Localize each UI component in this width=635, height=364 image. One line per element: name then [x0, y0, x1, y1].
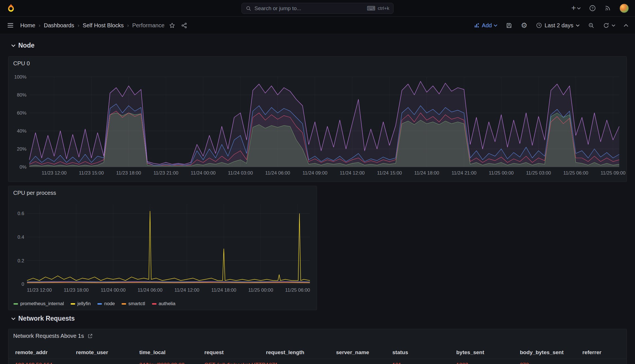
- chevron-down-icon: [577, 7, 581, 10]
- external-link-icon[interactable]: [87, 333, 93, 339]
- clock-icon: [536, 22, 542, 28]
- new-menu-button[interactable]: +: [571, 5, 581, 12]
- table-body: 192.168.50.164-24/Nov/2023:09:03GET /jel…: [8, 359, 627, 364]
- svg-text:11/25 06:00: 11/25 06:00: [563, 170, 588, 176]
- svg-text:60%: 60%: [17, 110, 26, 116]
- table-cell: 272: [520, 359, 582, 364]
- refresh-icon: [603, 22, 609, 29]
- search-shortcut: ⌨ ctrl+k: [367, 5, 389, 11]
- column-header-referrer[interactable]: referrer: [582, 346, 627, 359]
- network-requests-table: remote_addrremote_usertime_localrequestr…: [8, 346, 627, 364]
- section-row-node[interactable]: Node: [11, 42, 35, 49]
- panel-cpu0-title[interactable]: CPU 0: [8, 57, 627, 70]
- svg-text:11/25 00:00: 11/25 00:00: [248, 287, 273, 293]
- svg-text:11/24 03:00: 11/24 03:00: [228, 170, 253, 176]
- section-title-node: Node: [18, 42, 35, 49]
- legend-item-node[interactable]: node: [97, 301, 115, 307]
- question-circle-icon: ?: [589, 5, 596, 12]
- legend-item-authelia[interactable]: authelia: [152, 301, 176, 307]
- svg-text:0: 0: [22, 282, 24, 287]
- svg-text:11/23 21:00: 11/23 21:00: [153, 170, 178, 176]
- svg-text:0.4: 0.4: [17, 235, 24, 240]
- cpu-per-process-chart[interactable]: 11/23 12:0011/23 18:0011/24 00:0011/24 0…: [11, 200, 314, 295]
- column-header-status[interactable]: status: [392, 346, 456, 359]
- svg-text:11/24 06:00: 11/24 06:00: [265, 170, 290, 176]
- svg-text:0.2: 0.2: [17, 258, 24, 263]
- svg-text:11/24 21:00: 11/24 21:00: [451, 170, 477, 176]
- legend-swatch: [71, 303, 75, 305]
- legend-label: jellyfin: [77, 301, 91, 307]
- column-header-server_name[interactable]: server_name: [336, 346, 392, 359]
- svg-text:11/24 12:00: 11/24 12:00: [340, 170, 365, 176]
- dashboard-settings-button[interactable]: ⚙: [521, 22, 527, 29]
- hide-toolbar-button[interactable]: [624, 24, 628, 27]
- refresh-button[interactable]: [603, 22, 609, 29]
- time-range-picker[interactable]: Last 2 days: [536, 22, 580, 29]
- legend-item-jellyfin[interactable]: jellyfin: [71, 301, 91, 307]
- favorite-button[interactable]: [169, 22, 175, 29]
- chevron-up-icon: [624, 24, 628, 27]
- chevron-down-icon: [11, 317, 15, 320]
- legend-item-prometheus_internal[interactable]: prometheus_internal: [14, 301, 64, 307]
- legend-swatch: [122, 303, 126, 305]
- svg-text:11/24 12:00: 11/24 12:00: [175, 287, 200, 293]
- panel-network-requests: Network Requests Above 1s remote_addrrem…: [8, 329, 627, 364]
- breadcrumb-home[interactable]: Home: [20, 22, 35, 29]
- table-cell: -: [582, 359, 627, 364]
- svg-text:11/24 00:00: 11/24 00:00: [101, 287, 126, 293]
- chevron-down-icon: [11, 44, 15, 47]
- column-header-request_length[interactable]: request_length: [266, 346, 336, 359]
- svg-text:11/25 03:00: 11/25 03:00: [526, 170, 551, 176]
- help-button[interactable]: ?: [589, 5, 596, 12]
- breadcrumb-separator: ›: [127, 22, 129, 28]
- column-header-request[interactable]: request: [204, 346, 266, 359]
- svg-text:40%: 40%: [17, 128, 26, 134]
- column-header-remote_addr[interactable]: remote_addr: [15, 346, 76, 359]
- table-cell: 192.168.50.164: [15, 359, 76, 364]
- table-row[interactable]: 192.168.50.164-24/Nov/2023:09:03GET /jel…: [8, 359, 627, 364]
- search-input[interactable]: Search or jump to... ⌨ ctrl+k: [242, 3, 393, 14]
- svg-text:11/23 18:00: 11/23 18:00: [116, 170, 141, 176]
- svg-text:80%: 80%: [17, 92, 26, 98]
- chevron-down-icon: [612, 24, 615, 27]
- news-button[interactable]: [604, 5, 611, 12]
- column-header-time_local[interactable]: time_local: [139, 346, 204, 359]
- mega-menu-button[interactable]: [7, 22, 14, 28]
- grafana-logo[interactable]: [6, 3, 16, 13]
- save-dashboard-button[interactable]: [506, 22, 512, 29]
- cpu0-chart[interactable]: 11/23 12:0011/23 15:0011/23 18:0011/23 2…: [11, 70, 624, 179]
- zoom-out-button[interactable]: [588, 22, 594, 29]
- svg-text:20%: 20%: [17, 146, 26, 152]
- search-icon: [246, 6, 251, 11]
- shortcut-label: ctrl+k: [378, 6, 389, 11]
- section-title-network-requests: Network Requests: [18, 315, 75, 322]
- breadcrumb-self-host-blocks[interactable]: Self Host Blocks: [83, 22, 124, 29]
- table-cell: -: [76, 359, 139, 364]
- svg-text:0%: 0%: [19, 164, 26, 170]
- refresh-interval-dropdown[interactable]: [612, 24, 615, 27]
- column-header-body_bytes_sent[interactable]: body_bytes_sent: [520, 346, 582, 359]
- legend-item-smartctl[interactable]: smartctl: [122, 301, 145, 307]
- column-header-remote_user[interactable]: remote_user: [76, 346, 139, 359]
- svg-text:11/25 09:00: 11/25 09:00: [601, 170, 626, 176]
- panel-cpu-per-process-title[interactable]: CPU per process: [8, 186, 317, 200]
- add-panel-icon: [474, 23, 480, 28]
- svg-text:11/25 00:00: 11/25 00:00: [489, 170, 514, 176]
- user-avatar[interactable]: [620, 4, 629, 13]
- legend-label: node: [104, 301, 115, 307]
- section-row-network-requests[interactable]: Network Requests: [11, 315, 75, 322]
- svg-text:11/24 06:00: 11/24 06:00: [138, 287, 163, 293]
- share-button[interactable]: [181, 22, 187, 29]
- rss-icon: [604, 5, 611, 12]
- breadcrumb-dashboards[interactable]: Dashboards: [44, 22, 74, 29]
- panel-cpu-per-process: CPU per process 11/23 12:0011/23 18:0011…: [8, 186, 317, 310]
- svg-text:0.6: 0.6: [17, 211, 24, 216]
- add-button[interactable]: Add: [474, 22, 498, 29]
- svg-text:11/23 12:00: 11/23 12:00: [27, 287, 52, 293]
- legend-swatch: [97, 303, 102, 305]
- column-header-bytes_sent[interactable]: bytes_sent: [456, 346, 520, 359]
- dashboard-toolbar: Home › Dashboards › Self Host Blocks › P…: [0, 17, 635, 34]
- share-icon: [181, 22, 187, 29]
- panel-network-requests-title[interactable]: Network Requests Above 1s: [8, 329, 627, 343]
- svg-text:11/25 06:00: 11/25 06:00: [285, 287, 310, 293]
